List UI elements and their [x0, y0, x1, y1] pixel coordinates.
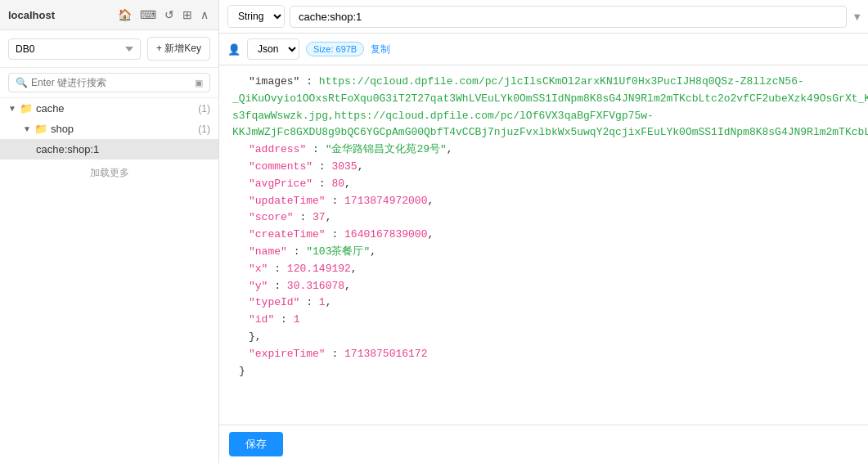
json-comments-line: "comments" : 3035, — [249, 159, 868, 176]
json-content: "images" : https://qcloud.dpfile.com/pc/… — [219, 65, 868, 425]
json-images-value: https://qcloud.dpfile.com/pc/jlcIlsCKmOl… — [232, 75, 868, 138]
sidebar: localhost 🏠 ⌨ ↺ ⊞ ∧ DB0 DB1 DB2 + 新增Key … — [0, 0, 219, 463]
json-x-key: "x" — [249, 263, 268, 275]
db-select[interactable]: DB0 DB1 DB2 — [8, 38, 141, 60]
type-select[interactable]: String Hash List Set ZSet — [228, 6, 284, 27]
expand-arrow-shop: ▼ — [23, 124, 31, 133]
search-icon: 🔍 — [16, 77, 28, 88]
db-row: DB0 DB1 DB2 + 新增Key — [0, 30, 218, 68]
tree-label-cache-shop-1: cache:shop:1 — [36, 143, 99, 155]
format-select[interactable]: Json Text Hex — [247, 38, 299, 60]
search-box: 🔍 ▣ — [8, 73, 210, 92]
refresh-icon[interactable]: ↺ — [163, 7, 176, 23]
search-row: 🔍 ▣ — [0, 68, 218, 98]
secondary-bar: 👤 Json Text Hex Size: 697B 复制 全部折叠 — [219, 34, 868, 65]
json-updateTime-line: "updateTime" : 1713874972000, — [249, 193, 868, 210]
expand-arrow-cache: ▼ — [8, 104, 16, 113]
sidebar-header: localhost 🏠 ⌨ ↺ ⊞ ∧ — [0, 0, 218, 30]
json-x-line: "x" : 120.149192, — [249, 261, 868, 278]
tree-container: ▼ 📁 cache (1) ▼ 📁 shop (1) cache:shop:1 … — [0, 98, 218, 463]
json-root-close: } — [239, 363, 868, 380]
json-expiretime-value: 1713875016172 — [344, 348, 427, 360]
json-id-line: "id" : 1 — [249, 312, 868, 329]
tree-count-cache: (1) — [198, 103, 210, 115]
key-input[interactable] — [290, 6, 847, 28]
json-id-key: "id" — [249, 313, 274, 326]
tree-item-shop[interactable]: ▼ 📁 shop (1) — [0, 119, 218, 139]
json-name-line: "name" : "103茶餐厅", — [249, 244, 868, 261]
json-y-key: "y" — [249, 280, 268, 292]
json-address-line: "address" : "金华路锦昌文化苑29号", — [249, 142, 868, 159]
grid-icon[interactable]: ⊞ — [181, 7, 194, 23]
bottom-bar: 保存 CSDN @viperd — [219, 425, 868, 463]
json-typeid-key: "typeId" — [249, 296, 299, 308]
size-badge: Size: 697B — [306, 42, 364, 56]
json-avgprice-key: "avgPrice" — [249, 178, 313, 190]
json-score-value: 37 — [313, 211, 326, 223]
tree-count-shop: (1) — [198, 124, 210, 135]
sidebar-icon-group: 🏠 ⌨ ↺ ⊞ ∧ — [116, 7, 210, 23]
add-key-button[interactable]: + 新增Key — [147, 37, 210, 61]
json-y-line: "y" : 30.316078, — [249, 278, 868, 295]
load-more[interactable]: 加载更多 — [0, 160, 218, 187]
folder-icon-cache: 📁 — [20, 102, 33, 115]
json-typeid-value: 1 — [319, 296, 326, 308]
json-createtime-value: 1640167839000 — [344, 228, 427, 240]
copy-button[interactable]: 复制 — [371, 43, 390, 56]
format-icon: 👤 — [227, 43, 241, 56]
json-score-line: "score" : 37, — [249, 209, 868, 227]
sidebar-title: localhost — [8, 9, 55, 21]
type-select-wrapper: String Hash List Set ZSet — [227, 5, 285, 28]
tree-label-shop: shop — [51, 123, 74, 135]
json-updatetime-value: 1713874972000 — [344, 195, 427, 207]
json-name-value: "103茶餐厅" — [306, 245, 370, 258]
json-updatetime-key: "updateTime" — [249, 195, 326, 207]
json-expiretime-key: "expireTime" — [249, 348, 326, 360]
json-images-line: "images" : https://qcloud.dpfile.com/pc/… — [232, 74, 868, 142]
save-button[interactable]: 保存 — [229, 432, 283, 456]
json-comments-value: 3035 — [331, 160, 357, 173]
folder-icon-shop: 📁 — [34, 123, 47, 135]
json-id-value: 1 — [294, 313, 300, 326]
json-images-key: "images" — [249, 75, 299, 88]
json-score-key: "score" — [249, 211, 294, 223]
tree-item-cache-shop-1[interactable]: cache:shop:1 — [0, 139, 218, 160]
json-close-brace: }, — [249, 329, 868, 346]
main-content: String Hash List Set ZSet ▼ TTL ✕ ✓ 🗑 ↺ … — [219, 0, 868, 463]
json-comments-key: "comments" — [249, 160, 313, 173]
json-avgPrice-line: "avgPrice" : 80, — [249, 176, 868, 193]
json-createtime-key: "createTime" — [249, 228, 326, 240]
json-expireTime-line: "expireTime" : 1713875016172 — [249, 346, 868, 363]
top-bar: String Hash List Set ZSet ▼ TTL ✕ ✓ 🗑 ↺ … — [219, 0, 868, 34]
collapse-icon[interactable]: ∧ — [199, 7, 210, 23]
terminal-icon[interactable]: ⌨ — [138, 7, 158, 23]
json-createTime-line: "createTime" : 1640167839000, — [249, 227, 868, 244]
json-x-value: 120.149192 — [287, 263, 351, 275]
json-avgprice-value: 80 — [331, 178, 344, 190]
tree-label-cache: cache — [36, 102, 65, 115]
json-address-value: "金华路锦昌文化苑29号" — [326, 143, 447, 155]
key-dropdown-icon: ▼ — [852, 11, 862, 23]
json-address-key: "address" — [249, 143, 306, 155]
filter-icon[interactable]: ▣ — [195, 78, 203, 88]
home-icon[interactable]: 🏠 — [116, 7, 133, 23]
search-input[interactable] — [31, 77, 191, 88]
json-typeId-line: "typeId" : 1, — [249, 294, 868, 312]
json-y-value: 30.316078 — [287, 280, 344, 292]
tree-item-cache[interactable]: ▼ 📁 cache (1) — [0, 98, 218, 119]
json-name-key: "name" — [249, 245, 287, 258]
